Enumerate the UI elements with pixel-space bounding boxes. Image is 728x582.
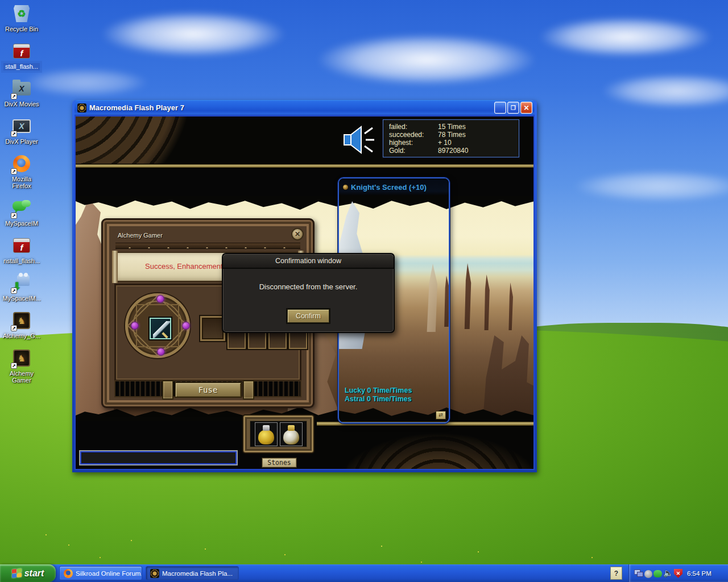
desktop-wallpaper: ♻ Recycle Bin f stall_flash... X ➚ DivX …	[0, 0, 728, 582]
shortcut-arrow-icon: ➚	[11, 131, 17, 137]
sword-icon	[153, 321, 170, 338]
alchemy-close-button[interactable]: ✕	[291, 228, 304, 240]
taskbar-clock[interactable]: 6:54 PM	[687, 570, 712, 577]
top-band: failed:15 Times succeeded:78 Times highe…	[76, 117, 533, 164]
icon-label: MySpaceIM...	[1, 295, 42, 302]
icon-label: Alchemy Gamer	[7, 370, 36, 384]
gem-icon	[157, 296, 164, 302]
button-end-cap	[162, 380, 173, 400]
flash-installer-icon: f	[13, 238, 30, 253]
flash-installer-icon: f	[13, 44, 30, 59]
stat-label: Gold:	[389, 147, 438, 155]
shortcut-arrow-icon: ➚	[11, 363, 17, 369]
myspaceim-tray-icon[interactable]	[653, 570, 662, 577]
minimize-button[interactable]: _	[494, 102, 506, 114]
rock-spire	[460, 263, 475, 329]
desktop-icon-firefox[interactable]: ➚ Mozilla Firefox	[1, 153, 42, 190]
alchemy-stats-panel: failed:15 Times succeeded:78 Times highe…	[383, 119, 519, 157]
close-button[interactable]: ✕	[520, 102, 532, 114]
confirmation-dialog: Confirmation window Disconnected from th…	[222, 253, 395, 333]
icon-label: DivX Movies	[2, 101, 40, 108]
shortcut-arrow-icon: ➚	[11, 288, 17, 294]
swap-item-button[interactable]: ⇄	[436, 411, 446, 419]
stat-value: + 10	[438, 139, 513, 147]
volume-mixer-icon[interactable]	[644, 570, 652, 578]
icon-label: Mozilla Firefox	[1, 176, 42, 190]
icon-label-selected: stall_flash...	[3, 63, 40, 70]
language-indicator[interactable]: ?	[610, 567, 622, 580]
material-slot[interactable]	[228, 332, 246, 349]
stones-button[interactable]: Stones	[262, 458, 297, 468]
desktop-icon-install-flash-2[interactable]: f nstall_flash...	[1, 235, 42, 265]
desktop-icon-alchemy-gamer[interactable]: ♞ ➚ Alchemy Gamer	[1, 348, 42, 384]
rock-spire	[481, 275, 493, 330]
speaker-icon[interactable]	[342, 123, 375, 155]
window-title: Macromedia Flash Player 7	[89, 103, 494, 112]
shortcut-arrow-icon: ➚	[11, 168, 17, 174]
stat-label: succeeded:	[389, 131, 438, 139]
desktop-icon-install-flash[interactable]: f stall_flash...	[1, 41, 42, 70]
material-slot[interactable]	[268, 332, 287, 349]
desktop-icon-alchemy-g[interactable]: ♞ ➚ Alchemy_G...	[1, 310, 42, 340]
chat-input[interactable]	[79, 450, 238, 465]
item-name: Knight's Screed (+10)	[351, 183, 427, 192]
app-icon	[77, 103, 86, 113]
gold-divider	[76, 164, 533, 168]
audio-icon[interactable]: 🔈	[663, 568, 673, 578]
confirm-button[interactable]: Confirm	[287, 309, 329, 323]
shortcut-arrow-icon: ➚	[11, 325, 17, 331]
shortcut-arrow-icon: ➚	[11, 93, 17, 99]
cloud	[102, 11, 284, 57]
item-bonus-text: Lucky 0 Time/Times Astral 0 Time/Times	[345, 386, 412, 404]
icon-label: nstall_flash...	[2, 257, 42, 265]
dialog-title: Confirmation window	[223, 254, 394, 269]
button-end-cap	[243, 380, 254, 400]
stat-value: 15 Times	[438, 123, 513, 131]
desktop-icon-divx-movies[interactable]: X ➚ DivX Movies	[1, 78, 42, 108]
icon-label: MySpaceIM	[3, 220, 40, 227]
system-tray: 🔈 ✕ 6:54 PM	[628, 564, 728, 582]
material-slot[interactable]	[289, 332, 307, 349]
ornate-phoenix-art	[320, 427, 535, 470]
cloud	[574, 171, 728, 202]
desktop-icon-myspaceim[interactable]: ➚ MySpaceIM	[1, 198, 42, 227]
result-message: Success, Enhancement	[145, 262, 223, 271]
window-titlebar[interactable]: Macromedia Flash Player 7 _ ❒ ✕	[75, 100, 535, 115]
shortcut-arrow-icon: ➚	[11, 213, 17, 219]
stones-box	[242, 414, 315, 454]
stat-label: failed:	[389, 123, 438, 131]
desktop-icon-myspaceim-installer[interactable]: ⬇ ➚ MySpaceIM...	[1, 273, 42, 302]
rock-formation	[483, 335, 535, 421]
desktop-icon-divx-player[interactable]: X ➚ DivX Player	[1, 116, 42, 146]
item-grade-icon	[342, 184, 349, 190]
wooden-bar	[115, 243, 300, 249]
icon-label: Recycle Bin	[3, 26, 40, 33]
stat-value: 89720840	[438, 147, 513, 155]
windows-flag-icon	[12, 568, 22, 578]
security-alert-icon[interactable]: ✕	[674, 569, 682, 578]
item-slot-weapon[interactable]	[150, 318, 171, 339]
start-label: start	[24, 568, 44, 579]
rock-spire	[506, 282, 516, 330]
stat-label: highest:	[389, 139, 438, 147]
desktop-icon-recycle-bin[interactable]: ♻ Recycle Bin	[1, 3, 42, 33]
taskbar-item-silkroad-forum[interactable]: Silkroad Online Forum...	[59, 566, 142, 580]
cloud	[318, 34, 535, 85]
cloud	[540, 17, 711, 57]
material-slot[interactable]	[248, 332, 266, 349]
flash-player-window: Macromedia Flash Player 7 _ ❒ ✕ fail	[72, 100, 537, 472]
fuse-button[interactable]: Fuse	[175, 382, 242, 398]
item-header: Knight's Screed (+10)	[339, 178, 449, 196]
dialog-message: Disconnected from the server.	[223, 282, 394, 291]
maximize-button[interactable]: ❒	[507, 102, 519, 114]
start-button[interactable]: start	[0, 564, 56, 582]
stone-item-lucky[interactable]	[255, 422, 278, 446]
network-icon[interactable]	[634, 568, 643, 578]
lucky-count: Lucky 0 Time/Times	[345, 386, 412, 395]
icon-label: DivX Player	[3, 138, 39, 146]
cloud	[603, 74, 728, 108]
stone-item-astral[interactable]	[280, 422, 303, 446]
firefox-icon	[64, 569, 73, 578]
taskbar-item-flash-player[interactable]: Macromedia Flash Pla...	[146, 566, 239, 580]
astral-count: Astral 0 Time/Times	[345, 395, 412, 404]
